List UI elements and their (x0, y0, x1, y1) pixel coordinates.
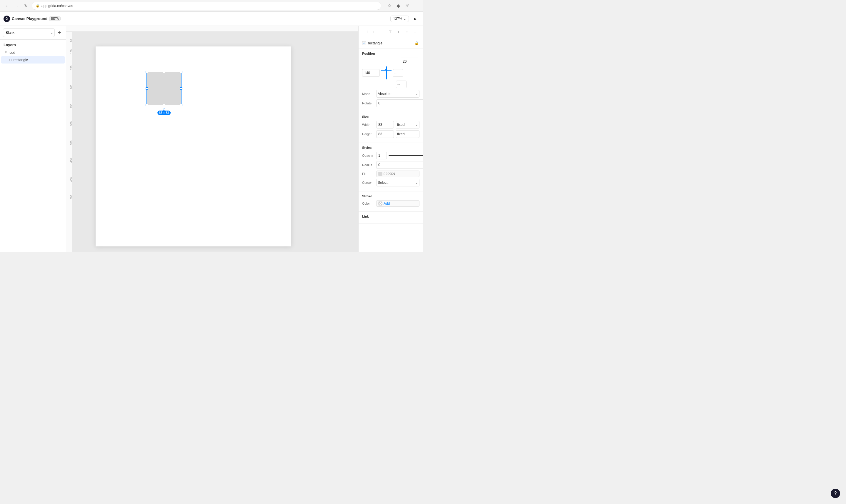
height-row: Height fixed fill auto (362, 130, 420, 138)
template-select[interactable]: Blank (3, 28, 55, 37)
link-section: Link (358, 212, 423, 224)
layer-item-rectangle[interactable]: □ rectangle (1, 56, 65, 64)
align-stretch-h-button[interactable]: ↔ (403, 28, 410, 35)
stroke-section: Stroke Color Add (358, 192, 423, 212)
browser-chrome: ← → ↻ 🔒 app.grida.co/canvas ☆ ◆ R ⋮ (0, 0, 423, 12)
stroke-color-row: Color Add (362, 200, 420, 207)
zoom-chevron-icon: ⌄ (403, 17, 406, 21)
styles-section: Styles Opacity Radius ⤡ Fill (358, 143, 423, 192)
rotate-handle[interactable] (163, 108, 165, 111)
canvas-wrapper: -50 -25 0 25 50 100 150 200 223 250 300 … (66, 26, 358, 252)
rotate-input[interactable] (376, 100, 423, 107)
canvas-content: 26 109 150 200 250 300 350 400 450 500 (66, 32, 358, 252)
stroke-color-picker[interactable]: Add (376, 200, 420, 207)
visibility-checkbox[interactable]: ✓ (362, 41, 366, 45)
lock-icon: 🔒 (36, 4, 40, 8)
mode-label: Mode (362, 92, 374, 95)
rotate-row: Rotate (362, 100, 420, 107)
logo-icon: G (3, 16, 10, 22)
right-panel: ⊣ + ⊢ ⊤ + ↔ ⊥ ✓ 🔒 Position (358, 26, 423, 252)
fill-color-picker[interactable]: D9D9D9 (376, 170, 420, 177)
opacity-input[interactable] (376, 152, 387, 159)
ruler-mark: 26 (70, 39, 72, 42)
position-y-dash-input[interactable] (396, 80, 407, 88)
align-center-v-button[interactable]: + (395, 28, 402, 35)
layer-rect-icon: □ (10, 58, 12, 62)
address-bar[interactable]: 🔒 app.grida.co/canvas (32, 2, 381, 10)
app-container: G Canvas Playground BETA 137% ⌄ ► Blank … (0, 12, 423, 252)
width-unit-select[interactable]: fixed fill auto (395, 121, 420, 128)
beta-badge: BETA (49, 16, 60, 21)
layer-name-row: ✓ 🔒 (358, 38, 423, 49)
mode-select[interactable]: Absolute Relative Fixed (376, 90, 420, 97)
styles-label: Styles (362, 146, 420, 149)
profile-button[interactable]: R (404, 2, 411, 10)
ruler-mark: 250 (70, 104, 72, 108)
canvas-shape-rectangle[interactable] (147, 72, 181, 105)
align-left-button[interactable]: ⊣ (362, 28, 369, 35)
layer-name-root: root (8, 51, 15, 55)
left-sidebar: Blank + Layers # root □ rectangle (0, 26, 66, 252)
bookmark-button[interactable]: ☆ (386, 2, 393, 10)
back-button[interactable]: ← (3, 2, 11, 10)
ruler-left: 26 109 150 200 250 300 350 400 450 500 (66, 32, 72, 252)
rotate-label: Rotate (362, 102, 374, 105)
top-bar: G Canvas Playground BETA 137% ⌄ ► (0, 12, 423, 26)
position-x-input[interactable] (362, 69, 380, 77)
main-area: Blank + Layers # root □ rectangle (0, 26, 423, 252)
fill-color-value: D9D9D9 (384, 172, 395, 176)
browser-actions: ☆ ◆ R ⋮ (386, 2, 420, 10)
menu-button[interactable]: ⋮ (412, 2, 420, 10)
align-center-h-button[interactable]: + (370, 28, 377, 35)
width-label: Width (362, 123, 374, 126)
ruler-mark: 300 (70, 122, 72, 126)
position-y-input[interactable] (401, 58, 418, 65)
logo: G Canvas Playground BETA (3, 16, 60, 22)
height-label: Height (362, 132, 374, 136)
layer-name-rectangle: rectangle (14, 58, 28, 62)
opacity-label: Opacity (362, 154, 374, 157)
canvas-frame: 83 × 83 (95, 47, 291, 247)
fill-swatch (378, 172, 383, 176)
mode-row: Mode Absolute Relative Fixed (362, 90, 420, 97)
add-layer-button[interactable]: + (56, 29, 63, 36)
align-top-button[interactable]: ⊤ (387, 28, 394, 35)
fill-label: Fill (362, 172, 374, 176)
cursor-select[interactable]: Select... default pointer crosshair text… (376, 179, 420, 186)
size-label: Size (362, 115, 420, 119)
position-x-dash-input[interactable] (393, 69, 403, 77)
ruler-mark: 400 (70, 158, 72, 163)
align-bottom-button[interactable]: ⊥ (411, 28, 419, 35)
height-unit-select[interactable]: fixed fill auto (395, 130, 420, 138)
lock-button[interactable]: 🔒 (414, 40, 420, 46)
play-button[interactable]: ► (411, 15, 420, 23)
radius-label: Radius (362, 163, 374, 167)
align-row: ⊣ + ⊢ ⊤ + ↔ ⊥ (358, 26, 423, 38)
url-text: app.grida.co/canvas (41, 4, 73, 8)
stroke-color-label: Color (362, 202, 374, 205)
layer-name-input[interactable] (368, 41, 412, 45)
ruler-mark: 109 (70, 49, 72, 54)
canvas-viewport[interactable]: 83 × 83 ↖ ▾ # T □ ▾ (72, 32, 358, 252)
zoom-control[interactable]: 137% ⌄ (390, 16, 409, 22)
forward-button[interactable]: → (13, 2, 20, 10)
width-input[interactable] (376, 121, 394, 128)
align-right-button[interactable]: ⊢ (378, 28, 386, 35)
ruler-mark: 200 (70, 85, 72, 89)
cursor-label: Cursor (362, 181, 374, 184)
size-label: 83 × 83 (157, 111, 171, 115)
position-label: Position (362, 52, 420, 55)
layer-grid-icon: # (5, 50, 7, 55)
layer-item-root[interactable]: # root (1, 49, 65, 56)
opacity-slider[interactable] (389, 155, 423, 156)
height-input[interactable] (376, 130, 394, 138)
ruler-top: -50 -25 0 25 50 100 150 200 223 250 300 … (66, 26, 358, 32)
ruler-mark: 150 (70, 66, 72, 70)
zoom-level: 137% (393, 17, 402, 21)
stroke-swatch (378, 201, 383, 205)
reload-button[interactable]: ↻ (22, 2, 30, 10)
ruler-mark: 350 (70, 141, 72, 145)
stroke-add-button[interactable]: Add (384, 201, 390, 205)
extensions-button[interactable]: ◆ (395, 2, 402, 10)
radius-input[interactable] (376, 161, 423, 169)
